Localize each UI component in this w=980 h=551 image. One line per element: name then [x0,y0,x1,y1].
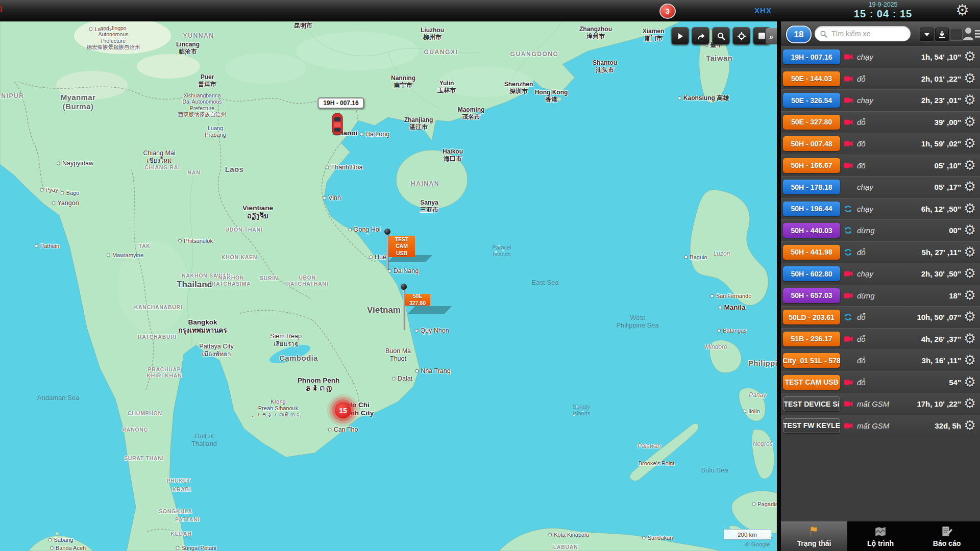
vehicle-row[interactable]: 50E - 327.80 đỗ 39' ,00" ⚙ [781,111,980,133]
plate-badge[interactable]: 50H - 657.03 [783,288,840,303]
row-gear-icon[interactable]: ⚙ [962,310,978,324]
plate-badge[interactable]: 50H - 196.44 [783,202,840,216]
row-gear-icon[interactable]: ⚙ [962,289,978,303]
plate-badge[interactable]: 50E - 327.80 [783,115,840,130]
row-gear-icon[interactable]: ⚙ [962,137,978,151]
follow-arrow-button[interactable] [692,27,709,45]
row-icon [844,422,854,429]
vehicle-status: dừng [857,226,875,235]
row-gear-icon[interactable]: ⚙ [962,267,978,281]
plate-badge[interactable]: TEST DEVICE Si [783,396,840,411]
vehicle-row[interactable]: 50H - 007.48 đỗ 1h, 59' ,02" ⚙ [781,133,980,155]
vehicle-flag-marker[interactable]: TEST CAM USB [388,236,415,257]
plate-badge[interactable]: TEST CAM USB [783,375,840,390]
vehicle-count-badge[interactable]: 18 [786,26,812,43]
bottom-tab-bar: Trạng thái Lộ trình Báo cáo [781,521,980,551]
row-gear-icon[interactable]: ⚙ [962,332,978,346]
status-duration: 4h, 26' ,37" [921,335,961,343]
download-button[interactable] [935,28,949,41]
search-icon [820,30,827,38]
tab-status[interactable]: Trạng thái [781,521,847,551]
plate-badge[interactable]: 51B - 236.17 [783,332,840,346]
row-gear-icon[interactable]: ⚙ [962,180,978,194]
plate-badge[interactable]: 50H - 178.18 [783,180,840,194]
tab-route[interactable]: Lộ trình [847,521,914,551]
alert-count-badge[interactable]: 3 [659,4,676,19]
vehicle-row[interactable]: TEST CAM USB đỗ 54" ⚙ [781,371,980,393]
row-gear-icon[interactable]: ⚙ [962,419,978,433]
play-button[interactable] [671,27,689,45]
row-gear-icon[interactable]: ⚙ [962,50,978,64]
vehicle-cluster-marker[interactable]: 15 [335,402,352,419]
vehicle-row[interactable]: TEST FW KEYLE mất GSM 32d, 5h ⚙ [781,415,980,437]
row-gear-icon[interactable]: ⚙ [962,159,978,172]
plate-badge[interactable]: 50E - 326.54 [783,93,840,108]
vehicle-row[interactable]: 50H - 166.67 đỗ 05' ,10" ⚙ [781,155,980,177]
row-gear-icon[interactable]: ⚙ [962,397,978,411]
vehicle-row[interactable]: 51B - 236.17 đỗ 4h, 26' ,37" ⚙ [781,328,980,350]
status-duration: 18" [949,291,961,300]
locate-target-button[interactable] [732,27,750,45]
tab-report[interactable]: Báo cáo [914,521,980,551]
plate-badge[interactable]: TEST FW KEYLE [783,418,840,433]
plate-badge[interactable]: 50H - 441.98 [783,245,840,260]
map-canvas[interactable]: Myanmar (Burma)LaosThailandVietnamCambod… [0,21,777,551]
row-icon [844,54,854,60]
vehicle-flag-marker[interactable]: 50E 327.80 [405,294,430,306]
row-icon [844,119,854,126]
vehicle-row[interactable]: City_01 51L - 578 đỗ 3h, 16' ,11" ⚙ [781,349,980,371]
flag-pole [403,287,405,330]
plate-badge[interactable]: 19H - 007.16 [783,49,840,64]
download-icon [939,31,945,38]
vehicle-map-label[interactable]: 19H - 007.16 [317,97,364,109]
search-input[interactable] [830,29,925,38]
row-gear-icon[interactable]: ⚙ [962,202,978,216]
row-icon [844,97,854,104]
vehicle-row[interactable]: 50E - 326.54 chạy 2h, 23' ,01" ⚙ [781,89,980,111]
row-gear-icon[interactable]: ⚙ [962,354,978,367]
row-icon [844,140,854,147]
plate-badge[interactable]: City_01 51L - 578 [783,353,840,368]
panel-collapse-handle[interactable]: » [766,28,777,44]
row-gear-icon[interactable]: ⚙ [962,115,978,129]
tab-status-label: Trạng thái [797,539,831,547]
plate-badge[interactable]: 50H - 007.48 [783,136,840,151]
vehicle-status: chạy [857,53,873,61]
status-duration: 05' ,10" [935,161,961,170]
flag-shadow [408,306,452,314]
camera-icon [844,140,853,147]
vehicle-status: mất GSM [857,421,889,430]
plate-badge[interactable]: 50H - 166.67 [783,158,840,173]
settings-gear-icon[interactable]: ⚙ [955,1,969,19]
vehicle-row[interactable]: 50H - 440.03 dừng 00" ⚙ [781,219,980,241]
vehicle-car-marker[interactable] [331,113,344,138]
vehicle-row[interactable]: 50H - 441.98 đỗ 5h, 27' ,11" ⚙ [781,241,980,263]
row-gear-icon[interactable]: ⚙ [962,93,978,107]
status-duration: 5h, 27' ,11" [922,248,961,257]
vehicle-row[interactable]: 50H - 657.03 dừng 18" ⚙ [781,285,980,307]
row-gear-icon[interactable]: ⚙ [962,375,978,389]
row-icon [844,76,854,82]
vehicle-row[interactable]: 50H - 178.18 chạy 05' ,17" ⚙ [781,176,980,198]
plate-badge[interactable]: 50H - 602.80 [783,266,840,281]
vehicle-panel: 18 19H - 007.16 chạy 1h, [777,21,980,551]
filter-dropdown-button[interactable] [920,28,934,41]
vehicle-row[interactable]: 50H - 196.44 chạy 6h, 12' ,50" ⚙ [781,198,980,220]
row-icon [844,336,854,342]
zoom-search-button[interactable] [712,27,730,45]
vehicle-row[interactable]: 19H - 007.16 chạy 1h, 54' ,10" ⚙ [781,46,980,68]
vehicle-row[interactable]: 50E - 144.03 đỗ 2h, 01' ,22" ⚙ [781,68,980,90]
row-gear-icon[interactable]: ⚙ [962,223,978,237]
plate-badge[interactable]: 50E - 144.03 [783,71,840,86]
vehicle-row[interactable]: 50H - 602.80 chạy 2h, 30' ,50" ⚙ [781,263,980,285]
vehicle-row[interactable]: 50LD - 203.61 đỗ 10h, 50' ,07" ⚙ [781,306,980,328]
plate-badge[interactable]: 50LD - 203.61 [783,310,840,324]
plate-badge[interactable]: 50H - 440.03 [783,223,840,238]
vehicle-row[interactable]: TEST DEVICE Si mất GSM 17h, 10' ,22" ⚙ [781,393,980,415]
row-gear-icon[interactable]: ⚙ [962,245,978,259]
user-list-icon[interactable] [963,26,980,41]
search-box [815,26,911,41]
select-toggle-button[interactable] [950,28,963,41]
clock-label: 15 : 04 : 15 [837,8,929,20]
row-gear-icon[interactable]: ⚙ [962,72,978,86]
